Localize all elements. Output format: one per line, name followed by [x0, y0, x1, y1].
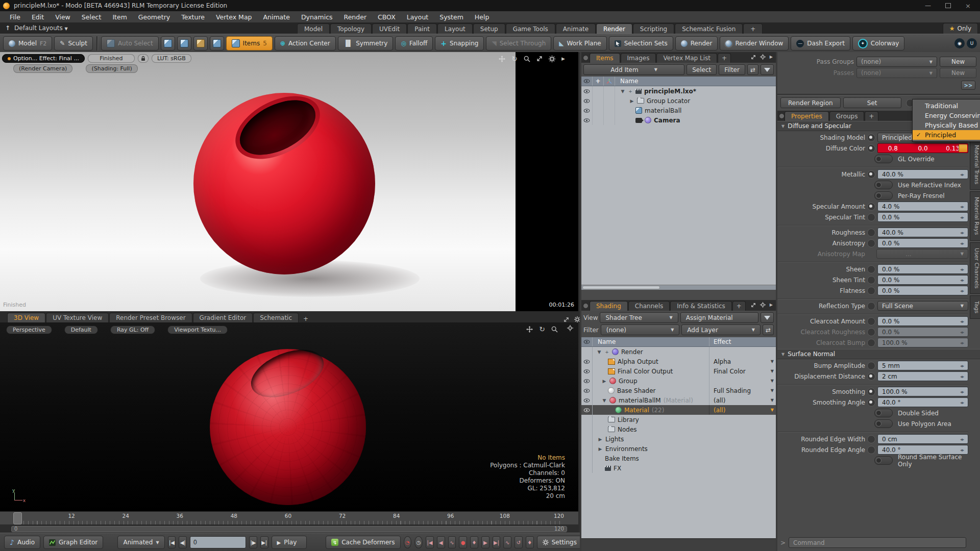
panel-corner-icon[interactable] — [583, 303, 589, 309]
key-clock-button[interactable]: ◷ — [414, 536, 423, 548]
menu-view[interactable]: View — [50, 13, 76, 21]
tab-items[interactable]: Items — [590, 53, 620, 63]
record-button[interactable]: ● — [459, 536, 467, 548]
close-icon[interactable]: × — [965, 2, 971, 10]
zoom-icon[interactable] — [551, 326, 558, 333]
sheen-tint-field[interactable]: 0.0 %◂▸ — [877, 275, 968, 285]
eye-icon[interactable] — [583, 389, 590, 393]
tab-add-icon[interactable]: + — [299, 315, 312, 322]
tab-gradient-editor[interactable]: Gradient Editor — [193, 313, 253, 322]
tab-channels[interactable]: Channels — [628, 301, 670, 311]
layout-tab-uvedit[interactable]: UVEdit — [372, 23, 407, 34]
shader-row-base-shader[interactable]: Base Shader Full Shading▼ — [581, 386, 776, 395]
select-button[interactable]: Select — [687, 64, 717, 75]
item-row-scene[interactable]: ▼+principleM.lxo* — [581, 86, 776, 96]
audio-button[interactable]: ♪Audio — [4, 536, 40, 549]
polygons-mode-button[interactable] — [193, 36, 208, 51]
vertices-mode-button[interactable] — [161, 36, 175, 51]
default-layouts-dropdown[interactable]: Default Layouts ▼ — [14, 24, 68, 32]
panel-menu-icon[interactable]: ▶ — [770, 303, 773, 307]
clearcoat-roughness-field[interactable]: 0.0 %◂▸ — [877, 327, 968, 337]
layout-tab-animate[interactable]: Animate — [556, 23, 596, 34]
layout-tab-paint[interactable]: Paint — [407, 23, 437, 34]
menu-item-principled[interactable]: ✓Principled — [913, 130, 980, 140]
double-sided-checkbox[interactable] — [874, 409, 893, 417]
clearcoat-bump-field[interactable]: 100.0 %◂▸ — [877, 338, 968, 347]
select-through-button[interactable]: ◥ Select Through — [486, 36, 551, 51]
eye-icon[interactable] — [583, 369, 590, 373]
channel-radio[interactable] — [867, 446, 875, 454]
name-column-header[interactable]: Name — [615, 78, 776, 85]
next-frame-button[interactable]: |▶ — [249, 536, 257, 548]
menu-render[interactable]: Render — [338, 13, 373, 21]
menu-item-energy-conserving[interactable]: Energy Conserving — [913, 111, 980, 120]
minimize-icon[interactable]: — — [925, 2, 931, 9]
menu-item[interactable]: Item — [107, 13, 132, 21]
render-window-button[interactable]: Render Window — [720, 36, 789, 51]
set-button[interactable]: Set — [843, 97, 901, 108]
previous-frame-button[interactable]: ◀| — [179, 536, 187, 548]
menu-animate[interactable]: Animate — [258, 13, 296, 21]
eye-icon[interactable] — [583, 408, 590, 412]
maximize-icon[interactable] — [536, 56, 543, 62]
render-camera-label[interactable]: (Render Camera) — [13, 64, 72, 73]
auto-key-button[interactable]: ◔ — [404, 536, 412, 548]
menu-item-physically-based[interactable]: Physically Based — [913, 120, 980, 130]
add-item-button[interactable]: Add Item▼ — [583, 64, 684, 75]
undo-key-button[interactable]: ↺ — [514, 536, 523, 548]
channel-radio[interactable] — [867, 398, 875, 407]
item-row-group-locator[interactable]: ▶Group Locator — [581, 96, 776, 106]
filter-funnel-button[interactable] — [761, 312, 774, 323]
specular-amount-field[interactable]: 4.0 %◂▸ — [877, 202, 968, 211]
go-to-start-button[interactable]: |◀ — [168, 536, 176, 548]
tab-schematic[interactable]: Schematic — [253, 313, 299, 322]
shader-row-library[interactable]: Library — [581, 415, 776, 424]
gear-icon[interactable] — [567, 325, 573, 331]
specular-tint-field[interactable]: 0.0 %◂▸ — [877, 212, 968, 222]
playhead[interactable] — [13, 512, 22, 524]
rounded-edge-angle-field[interactable]: 40.0 °◂▸ — [877, 445, 968, 455]
eye-icon[interactable] — [583, 89, 590, 93]
dash-export-button[interactable]: — Dash Export — [791, 36, 850, 51]
auto-select-button[interactable]: Auto Select — [101, 36, 159, 51]
layout-tab-layout[interactable]: Layout — [437, 23, 473, 34]
channel-radio[interactable] — [867, 203, 875, 211]
animated-dropdown[interactable]: Animated▼ — [117, 536, 164, 549]
tab-add[interactable]: + — [718, 53, 731, 63]
view-dropdown[interactable]: Shader Tree▼ — [600, 312, 678, 323]
tab-shading[interactable]: Shading — [590, 301, 628, 311]
shader-row-materialballm[interactable]: ▼materialBallM(Material) (all)▼ — [581, 395, 776, 405]
shader-row-bake-items[interactable]: Bake Items — [581, 454, 776, 463]
layout-tab-scripting[interactable]: Scripting — [633, 23, 674, 34]
add-layer-dropdown[interactable]: Add Layer▼ — [681, 324, 761, 335]
tab-uv-texture-view[interactable]: UV Texture View — [46, 313, 109, 322]
channel-radio[interactable] — [867, 134, 875, 142]
timeline-ruler[interactable]: 012 2436 4860 7284 96108 120 — [0, 512, 578, 525]
menu-select[interactable]: Select — [76, 13, 107, 21]
play-button[interactable]: ▶Play — [272, 536, 307, 549]
zoom-icon[interactable] — [524, 56, 530, 62]
side-tab-material-trans[interactable]: Material Trans — [970, 139, 980, 190]
pan-icon[interactable] — [526, 326, 533, 333]
item-row-materialball[interactable]: materialBall — [581, 106, 776, 115]
tab-images[interactable]: Images — [621, 53, 656, 63]
symmetry-button[interactable]: ▐▌ Symmetry — [338, 36, 394, 51]
current-frame-field[interactable] — [190, 536, 246, 548]
reflection-type-dropdown[interactable]: Full Scene▼ — [877, 301, 968, 311]
sculpt-mode-button[interactable]: ✎ Sculpt — [54, 36, 93, 51]
effect-column-header[interactable]: Effect — [709, 337, 776, 346]
work-plane-button[interactable]: ◣ Work Plane — [553, 36, 606, 51]
channel-radio[interactable] — [867, 144, 875, 153]
channel-radio[interactable] — [867, 339, 875, 347]
menu-texture[interactable]: Texture — [176, 13, 210, 21]
pass-groups-new-button[interactable]: New — [940, 57, 976, 67]
maximize-icon[interactable] — [945, 3, 951, 8]
compare-button[interactable]: ⇄ — [747, 64, 758, 75]
menu-file[interactable]: File — [4, 13, 26, 21]
channel-radio[interactable] — [867, 328, 875, 336]
expand-button[interactable]: >> — [961, 81, 975, 90]
foundry-icon[interactable]: U — [967, 38, 977, 48]
eye-icon[interactable] — [583, 99, 590, 103]
menu-layout[interactable]: Layout — [401, 13, 434, 21]
channel-radio[interactable] — [867, 265, 875, 273]
